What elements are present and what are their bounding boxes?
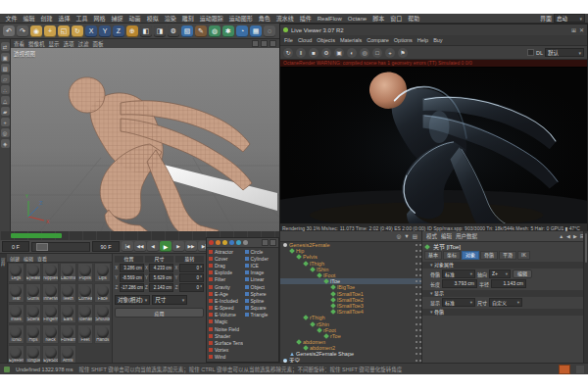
visibility-dots-icon[interactable] <box>416 311 417 313</box>
section-display[interactable]: 显示 <box>422 290 588 297</box>
live-viewer-menu-item[interactable]: Compare <box>367 37 389 43</box>
redo-icon[interactable]: ↷ <box>17 25 28 37</box>
resolution-select[interactable]: 默认▾ <box>545 48 584 57</box>
material-item[interactable]: Sclera <box>25 304 42 323</box>
stop-render-icon[interactable]: ■ <box>309 48 318 58</box>
search-icon[interactable]: ◎ <box>397 233 402 239</box>
modifier-item[interactable]: Explode <box>207 270 243 276</box>
material-item[interactable]: Fingernails <box>42 304 59 323</box>
material-item[interactable]: Legs <box>8 263 24 282</box>
next-key-button[interactable]: ▶▶ <box>185 241 197 252</box>
viewport-menu-item[interactable]: 选项 <box>64 40 74 48</box>
material-item[interactable]: Hips <box>25 324 42 344</box>
apply-button[interactable]: 应用 <box>115 308 204 318</box>
material-item[interactable]: Torso <box>8 324 24 344</box>
modifier-item[interactable]: E-Age <box>207 290 243 297</box>
modifier-item[interactable]: Wind <box>207 354 243 361</box>
display-icon[interactable] <box>243 240 248 245</box>
move-tool-icon[interactable]: + <box>44 25 56 37</box>
visibility-dots-icon[interactable] <box>416 286 417 288</box>
focus-picker-icon[interactable]: + <box>385 48 395 58</box>
material-item[interactable]: Lacrimals <box>60 263 76 282</box>
render-view-icon[interactable]: ◧ <box>140 25 152 37</box>
layers-icon[interactable]: ▤ <box>413 233 417 239</box>
timeline-slider-handle[interactable] <box>36 243 48 251</box>
bone-select[interactable]: 标准▾ <box>442 270 475 278</box>
modifier-item[interactable]: Vortex <box>207 347 243 354</box>
rotation-field[interactable]: 0 ° <box>179 273 204 282</box>
viewport-menu-item[interactable]: 面板 <box>93 40 104 48</box>
dl-checkbox[interactable] <box>527 49 534 56</box>
menu-item[interactable]: Octane <box>345 14 368 24</box>
position-field[interactable]: -8.569 cm <box>120 273 144 282</box>
position-field[interactable]: 3.286 cm <box>120 264 144 272</box>
viewport-menu-item[interactable]: 显示 <box>49 40 60 48</box>
viewport-menu-item[interactable]: 查看 <box>14 40 24 48</box>
add-deformer-icon[interactable]: ✱ <box>222 25 234 37</box>
modifier-item[interactable]: Magic <box>207 318 243 325</box>
material-menu-item[interactable]: 编辑 <box>24 255 33 262</box>
menu-item[interactable]: 文件 <box>3 14 20 24</box>
modifier-item[interactable]: E-Volume <box>207 312 243 318</box>
menu-item[interactable]: 捕捉 <box>109 14 125 24</box>
attribute-tab[interactable]: 平滑 <box>499 251 516 260</box>
add-camera-icon[interactable]: ▦ <box>250 25 262 37</box>
window-button[interactable]: ✕ <box>579 26 584 33</box>
material-item[interactable]: Arms <box>60 345 76 363</box>
x-axis-lock-icon[interactable]: X <box>85 25 97 37</box>
emitter-icon[interactable] <box>209 240 214 245</box>
size-field[interactable]: 5.629 cm <box>149 273 173 282</box>
material-item[interactable]: EyeSocket <box>42 345 59 363</box>
visibility-dots-icon[interactable] <box>416 293 417 295</box>
history-forward-icon[interactable]: ▶ <box>573 233 577 239</box>
menu-item[interactable]: 流水线 <box>273 14 296 24</box>
rotation-field[interactable]: 0 ° <box>179 283 204 292</box>
scale-tool-icon[interactable]: ◱ <box>58 25 70 37</box>
workplane-icon[interactable]: ▱ <box>1 74 10 83</box>
size-field[interactable]: 2.143 cm <box>149 283 173 292</box>
kernel-settings-icon[interactable]: ⚙ <box>321 48 331 58</box>
modifier-item[interactable]: Shader <box>207 332 243 339</box>
attribute-tab[interactable]: 骨骼 <box>480 251 498 260</box>
modifier-item[interactable]: Cover <box>207 255 243 262</box>
viewport-canvas[interactable]: X Y Z 透视视图 <box>11 48 279 231</box>
live-selection-icon[interactable]: ◉ <box>30 25 42 37</box>
lock-resolution-icon[interactable]: ▣ <box>334 48 344 58</box>
attribute-menu-item[interactable]: 模式 <box>426 232 437 240</box>
modifier-item[interactable]: Drag <box>207 262 243 269</box>
live-viewer-menu-item[interactable]: Buy <box>433 37 442 43</box>
transform-space-select[interactable]: 对象(相对)▾ <box>115 295 150 305</box>
visibility-dots-icon[interactable] <box>416 353 417 355</box>
size-field[interactable]: 4.233 cm <box>149 264 173 272</box>
previous-frame-button[interactable]: ◀ <box>147 241 159 252</box>
section-object-properties[interactable]: 对象属性 <box>422 262 588 269</box>
palette-view-toggle[interactable] <box>262 239 276 246</box>
menu-item[interactable]: 帮助 <box>406 14 422 24</box>
material-picker-icon[interactable]: ◎ <box>360 48 369 58</box>
coord-system-icon[interactable]: ⊕ <box>126 25 138 37</box>
render-region-icon[interactable]: □ <box>372 48 382 58</box>
visibility-dots-icon[interactable] <box>416 280 417 282</box>
modifier-icon[interactable] <box>222 240 227 245</box>
material-item[interactable]: Forearms <box>60 324 76 344</box>
add-generator-icon[interactable]: ◍ <box>209 25 220 37</box>
shape-item[interactable]: ICE <box>243 262 279 269</box>
z-axis-lock-icon[interactable]: Z <box>113 25 124 37</box>
rotate-tool-icon[interactable]: ↻ <box>72 25 83 37</box>
material-item[interactable]: Teeth <box>60 283 76 303</box>
pause-render-icon[interactable]: ‖ <box>296 48 306 58</box>
live-viewer-menu-item[interactable]: Options <box>394 37 413 43</box>
menu-item[interactable]: 运动跟踪 <box>197 14 225 24</box>
live-viewer-menu-item[interactable]: Help <box>417 37 428 43</box>
shape-item[interactable]: Object <box>243 283 279 290</box>
camera-lock-icon[interactable]: ⚑ <box>398 48 408 58</box>
attribute-menu-item[interactable]: 编辑 <box>441 232 452 240</box>
material-item[interactable]: Gums <box>25 283 42 303</box>
radius-field[interactable]: 1.143 cm <box>491 279 526 288</box>
rotation-field[interactable]: 0 ° <box>179 264 204 272</box>
visibility-dots-icon[interactable] <box>416 250 417 252</box>
current-frame-field[interactable]: 0 F <box>2 241 29 252</box>
convert-icon[interactable]: ⇄ <box>1 42 10 51</box>
visibility-dots-icon[interactable] <box>416 256 417 258</box>
visibility-dots-icon[interactable] <box>416 299 417 301</box>
